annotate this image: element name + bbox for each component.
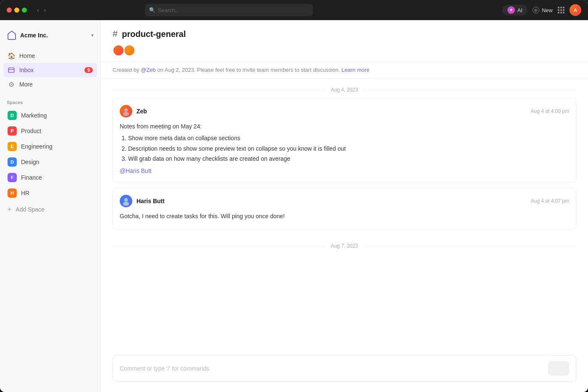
grid-dot xyxy=(560,12,562,13)
creator-mention[interactable]: @Zeb xyxy=(141,67,156,73)
inbox-icon xyxy=(8,66,15,74)
date-label: Aug 4, 2023 xyxy=(331,87,358,93)
hash-icon: # xyxy=(113,29,118,39)
author-avatar-haris xyxy=(120,195,132,207)
learn-more-link[interactable]: Learn more xyxy=(341,67,369,73)
workspace-logo-icon xyxy=(7,30,17,40)
space-label-design: Design xyxy=(21,159,39,165)
messages-container: Aug 4, 2023 Zeb xyxy=(101,78,588,348)
sidebar-item-design[interactable]: D Design xyxy=(3,154,97,170)
more-icon: ⊙ xyxy=(8,81,15,88)
grid-dot xyxy=(560,9,562,11)
date-divider-1: Aug 4, 2023 xyxy=(113,78,576,98)
sidebar-item-finance[interactable]: F Finance xyxy=(3,170,97,185)
sidebar-item-home[interactable]: 🏠 Home xyxy=(3,49,97,63)
message-header: Zeb Aug 4 at 4:00 pm xyxy=(120,105,569,118)
svg-point-3 xyxy=(124,198,128,202)
titlebar: ‹ › 🔍 ✦ AI ⊕ New xyxy=(0,0,588,20)
svg-point-2 xyxy=(123,112,129,116)
date-divider-2: Aug 7, 2023 xyxy=(113,235,576,254)
traffic-lights xyxy=(7,8,27,13)
user-avatar[interactable]: A xyxy=(570,4,581,16)
channel-members xyxy=(113,44,576,56)
grid-dot xyxy=(560,7,562,8)
workspace-header[interactable]: Acme Inc. ▾ xyxy=(0,27,100,47)
message-card-2: Haris Butt Aug 4 at 4:07 pm Gotcha, I ne… xyxy=(113,188,576,230)
space-icon-product: P xyxy=(8,126,17,136)
comment-input[interactable] xyxy=(120,365,548,372)
sidebar-item-label: More xyxy=(19,81,33,88)
message-body-1: Notes from meeting on May 24: Show more … xyxy=(120,122,569,175)
grid-dot xyxy=(563,7,564,8)
description-prefix: Created by xyxy=(113,67,141,73)
new-label: New xyxy=(542,7,553,13)
workspace-name: Acme Inc. xyxy=(20,32,48,39)
message-header: Haris Butt Aug 4 at 4:07 pm xyxy=(120,195,569,207)
space-icon-finance: F xyxy=(8,173,17,182)
member-avatar-1[interactable] xyxy=(113,44,124,56)
space-label-engineering: Engineering xyxy=(21,143,52,150)
message-list: Show more meta data on collapse sections… xyxy=(120,133,569,163)
sidebar-item-hr[interactable]: H HR xyxy=(3,186,97,201)
send-button[interactable] xyxy=(548,361,569,376)
list-item: Will grab data on how many checklists ar… xyxy=(128,154,569,163)
message-mention[interactable]: @Haris Butt xyxy=(120,167,152,174)
sidebar-nav: 🏠 Home Inbox 9 ⊙ More xyxy=(0,47,100,93)
ai-label: AI xyxy=(517,7,522,13)
search-input[interactable] xyxy=(158,7,309,13)
message-author: Haris Butt xyxy=(120,195,165,207)
plus-icon: + xyxy=(8,206,11,213)
comment-box xyxy=(113,355,576,382)
space-label-hr: HR xyxy=(21,190,29,196)
new-icon: ⊕ xyxy=(533,7,539,13)
space-icon-hr: H xyxy=(8,188,17,198)
space-label-finance: Finance xyxy=(21,174,42,181)
sidebar: Acme Inc. ▾ 🏠 Home Inbox 9 ⊙ More xyxy=(0,20,101,392)
search-bar[interactable]: 🔍 xyxy=(145,4,313,16)
spaces-list: D Marketing P Product E Engineering D De… xyxy=(0,107,100,201)
add-space-label: Add Space xyxy=(16,206,45,213)
add-space-button[interactable]: + Add Space xyxy=(0,203,100,216)
grid-dot xyxy=(558,7,559,8)
ai-button[interactable]: ✦ AI xyxy=(502,5,528,16)
grid-dot xyxy=(563,12,564,13)
member-avatar-2[interactable] xyxy=(123,44,135,56)
description-suffix: on Aug 2, 2023. Please feel free to invi… xyxy=(156,67,340,73)
message-time-1: Aug 4 at 4:00 pm xyxy=(531,108,569,114)
channel-description: Created by @Zeb on Aug 2, 2023. Please f… xyxy=(101,62,588,78)
sidebar-item-inbox[interactable]: Inbox 9 xyxy=(3,63,97,77)
date-label: Aug 7, 2023 xyxy=(331,243,358,249)
ai-icon: ✦ xyxy=(507,6,515,14)
message-intro: Notes from meeting on May 24: xyxy=(120,122,569,131)
minimize-button[interactable] xyxy=(14,8,19,13)
svg-point-4 xyxy=(123,202,129,206)
sidebar-item-engineering[interactable]: E Engineering xyxy=(3,139,97,154)
back-arrow[interactable]: ‹ xyxy=(35,6,41,14)
sidebar-item-product[interactable]: P Product xyxy=(3,123,97,139)
channel-header: # product-general xyxy=(101,20,588,62)
message-body-2: Gotcha, I need to create tasks for this.… xyxy=(120,212,569,221)
author-avatar-zeb xyxy=(120,105,132,118)
channel-title-row: # product-general xyxy=(113,29,576,39)
svg-point-1 xyxy=(124,108,128,112)
grid-dot xyxy=(563,9,564,11)
nav-arrows: ‹ › xyxy=(35,6,47,14)
grid-icon[interactable] xyxy=(558,7,564,13)
close-button[interactable] xyxy=(7,8,12,13)
list-item: Show more meta data on collapse sections xyxy=(128,133,569,143)
svg-rect-0 xyxy=(8,68,14,73)
space-icon-marketing: D xyxy=(8,111,17,120)
sidebar-item-marketing[interactable]: D Marketing xyxy=(3,108,97,123)
message-text: Gotcha, I need to create tasks for this.… xyxy=(120,212,569,221)
new-button[interactable]: ⊕ New xyxy=(533,7,553,13)
sidebar-item-more[interactable]: ⊙ More xyxy=(3,77,97,91)
forward-arrow[interactable]: › xyxy=(42,6,48,14)
grid-dot xyxy=(558,9,559,11)
fullscreen-button[interactable] xyxy=(22,8,27,13)
message-card-1: Zeb Aug 4 at 4:00 pm Notes from meeting … xyxy=(113,98,576,183)
inbox-badge: 9 xyxy=(84,67,93,73)
main-layout: Acme Inc. ▾ 🏠 Home Inbox 9 ⊙ More xyxy=(0,20,588,392)
space-icon-engineering: E xyxy=(8,142,17,151)
space-label-product: Product xyxy=(21,128,41,134)
space-icon-design: D xyxy=(8,157,17,167)
